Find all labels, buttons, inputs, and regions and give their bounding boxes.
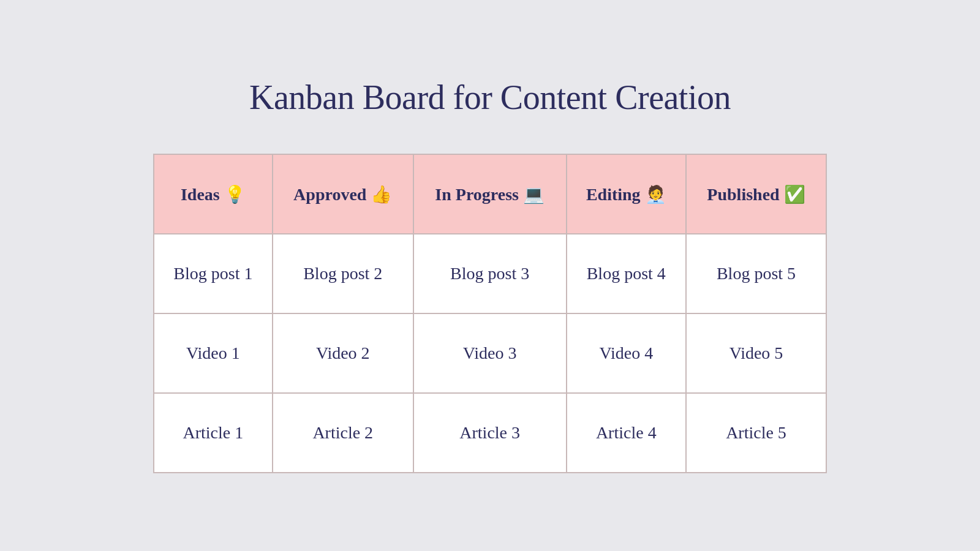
table-cell: Article 1 <box>154 393 273 473</box>
table-cell: Article 3 <box>413 393 567 473</box>
table-row: Blog post 1Blog post 2Blog post 3Blog po… <box>154 234 826 313</box>
table-cell: Video 4 <box>567 313 686 393</box>
table-cell: Blog post 4 <box>567 234 686 313</box>
table-cell: Blog post 2 <box>273 234 413 313</box>
column-header-editing: Editing 🧑‍💼 <box>567 154 686 234</box>
table-cell: Blog post 5 <box>686 234 826 313</box>
kanban-board: Ideas 💡 Approved 👍 In Progress 💻 Editing… <box>153 154 827 473</box>
column-header-in-progress: In Progress 💻 <box>413 154 567 234</box>
table-cell: Article 2 <box>273 393 413 473</box>
table-cell: Video 3 <box>413 313 567 393</box>
table-row: Article 1Article 2Article 3Article 4Arti… <box>154 393 826 473</box>
column-header-published: Published ✅ <box>686 154 826 234</box>
table-cell: Blog post 3 <box>413 234 567 313</box>
table-cell: Video 1 <box>154 313 273 393</box>
column-headers: Ideas 💡 Approved 👍 In Progress 💻 Editing… <box>154 154 826 234</box>
table-cell: Article 5 <box>686 393 826 473</box>
table-cell: Video 2 <box>273 313 413 393</box>
table-row: Video 1Video 2Video 3Video 4Video 5 <box>154 313 826 393</box>
column-header-approved: Approved 👍 <box>273 154 413 234</box>
page-title: Kanban Board for Content Creation <box>249 78 731 117</box>
table-cell: Blog post 1 <box>154 234 273 313</box>
table-cell: Video 5 <box>686 313 826 393</box>
column-header-ideas: Ideas 💡 <box>154 154 273 234</box>
table-cell: Article 4 <box>567 393 686 473</box>
